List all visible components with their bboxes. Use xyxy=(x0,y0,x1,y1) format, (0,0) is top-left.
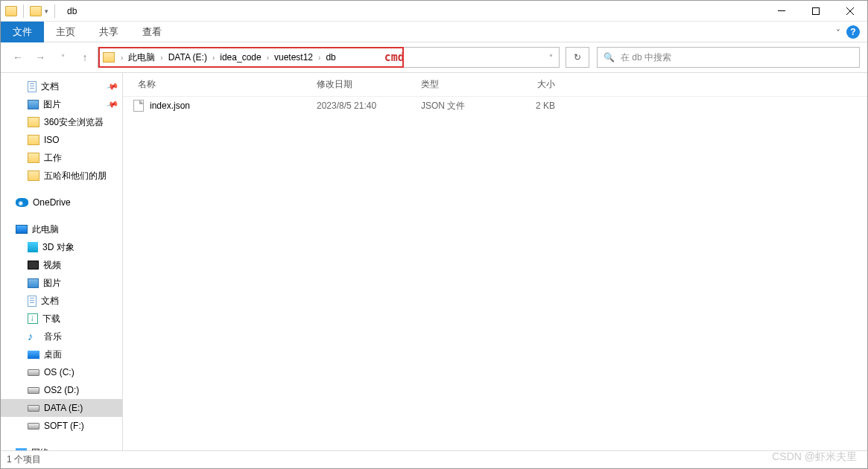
music-icon: ♪ xyxy=(28,331,39,342)
network-icon xyxy=(16,448,27,450)
3d-icon xyxy=(28,242,38,252)
tab-view[interactable]: 查看 xyxy=(130,21,174,43)
item-count: 1 个项目 xyxy=(7,453,41,466)
sidebar-item-documents[interactable]: 文档 xyxy=(1,292,122,310)
chevron-right-icon[interactable]: › xyxy=(159,54,164,62)
search-icon: 🔍 xyxy=(604,52,615,63)
folder-icon xyxy=(30,6,42,16)
sidebar-item-drive-e[interactable]: DATA (E:) xyxy=(1,399,122,417)
search-placeholder: 在 db 中搜索 xyxy=(621,51,671,64)
sidebar-item-videos[interactable]: 视频 xyxy=(1,256,122,274)
chevron-right-icon[interactable]: › xyxy=(317,54,322,62)
pc-icon xyxy=(16,225,28,234)
svg-rect-0 xyxy=(778,10,785,11)
header-date[interactable]: 修改日期 xyxy=(317,78,421,91)
sidebar-item-label: 桌面 xyxy=(44,348,62,361)
separator xyxy=(54,4,55,18)
address-dropdown-icon[interactable]: ˅ xyxy=(543,54,559,62)
sidebar-item-folder[interactable]: 工作 xyxy=(1,149,122,167)
sidebar-item-network[interactable]: 网络 xyxy=(1,444,122,450)
sidebar-item-pictures[interactable]: 图片 xyxy=(1,274,122,292)
sidebar-item-folder[interactable]: 360安全浏览器 xyxy=(1,113,122,131)
titlebar: ▾ db xyxy=(1,1,867,22)
tab-share[interactable]: 共享 xyxy=(87,21,130,43)
sidebar-item-label: 图片 xyxy=(43,277,61,290)
picture-icon xyxy=(28,100,39,109)
folder-icon xyxy=(5,6,17,16)
sidebar-item-drive-d[interactable]: OS2 (D:) xyxy=(1,381,122,399)
sidebar-item-label: 360安全浏览器 xyxy=(44,116,104,129)
sidebar-item-label: OneDrive xyxy=(33,197,71,208)
sidebar-item-label: OS (C:) xyxy=(44,367,75,377)
pin-icon: 📌 xyxy=(106,80,120,93)
header-name[interactable]: 名称 xyxy=(123,78,317,91)
file-name: index.json xyxy=(150,100,190,111)
drive-icon xyxy=(28,423,39,430)
address-bar[interactable]: › 此电脑 › DATA (E:) › idea_code › vuetest1… xyxy=(98,47,560,68)
ribbon: 文件 主页 共享 查看 ˅ ? xyxy=(1,22,867,42)
sidebar-item-label: 此电脑 xyxy=(32,223,59,236)
sidebar-item-downloads[interactable]: 下载 xyxy=(1,310,122,328)
sidebar-item-label: 3D 对象 xyxy=(42,241,75,254)
drive-icon xyxy=(28,405,39,412)
tab-home[interactable]: 主页 xyxy=(44,21,87,43)
file-pane: 名称 修改日期 类型 大小 index.json 2023/8/5 21:40 … xyxy=(123,73,867,450)
file-type: JSON 文件 xyxy=(421,100,510,112)
sidebar-item-label: OS2 (D:) xyxy=(44,385,79,395)
folder-icon xyxy=(28,117,39,127)
picture-icon xyxy=(28,278,39,288)
sidebar-item-label: 图片 xyxy=(43,98,61,111)
sidebar-item-pictures[interactable]: 图片📌 xyxy=(1,95,122,113)
drive-icon xyxy=(28,387,39,394)
sidebar-item-label: 文档 xyxy=(41,80,59,93)
chevron-down-icon[interactable]: ˅ xyxy=(836,28,840,39)
sidebar-item-label: 音乐 xyxy=(44,331,62,343)
sidebar-item-desktop[interactable]: 桌面 xyxy=(1,345,122,363)
pin-icon: 📌 xyxy=(106,98,120,111)
forward-button[interactable]: → xyxy=(31,48,50,67)
crumb-drive[interactable]: DATA (E:) xyxy=(165,52,211,63)
search-input[interactable]: 🔍 在 db 中搜索 xyxy=(597,47,860,68)
chevron-right-icon[interactable]: › xyxy=(119,54,124,62)
sidebar-item-label: 工作 xyxy=(44,152,62,165)
folder-icon xyxy=(28,135,39,145)
nav-row: ← → ˅ ↑ › 此电脑 › DATA (E:) › idea_code › … xyxy=(1,42,867,72)
up-button[interactable]: ↑ xyxy=(75,48,95,67)
sidebar-item-folder[interactable]: ISO xyxy=(1,131,122,149)
chevron-right-icon[interactable]: › xyxy=(265,54,270,62)
sidebar-item-thispc[interactable]: 此电脑 xyxy=(1,220,122,238)
maximize-button[interactable] xyxy=(799,1,833,22)
refresh-button[interactable]: ↻ xyxy=(566,47,589,68)
header-size[interactable]: 大小 xyxy=(510,78,555,91)
crumb-thispc[interactable]: 此电脑 xyxy=(124,51,159,64)
sidebar-item-drive-c[interactable]: OS (C:) xyxy=(1,363,122,381)
desktop-icon xyxy=(28,351,39,359)
qat-dropdown-icon[interactable]: ▾ xyxy=(45,7,48,15)
drive-icon xyxy=(28,369,39,376)
crumb-folder[interactable]: db xyxy=(322,52,339,63)
file-tab[interactable]: 文件 xyxy=(1,22,44,42)
close-button[interactable] xyxy=(833,1,867,22)
file-row[interactable]: index.json 2023/8/5 21:40 JSON 文件 2 KB xyxy=(123,97,867,115)
sidebar-item-music[interactable]: ♪音乐 xyxy=(1,328,122,345)
cmd-annotation: cmd xyxy=(384,51,405,64)
onedrive-icon xyxy=(16,198,28,207)
help-icon[interactable]: ? xyxy=(846,25,860,39)
chevron-right-icon[interactable]: › xyxy=(211,54,216,62)
minimize-button[interactable] xyxy=(764,1,799,22)
sidebar-item-3d[interactable]: 3D 对象 xyxy=(1,238,122,256)
crumb-folder[interactable]: idea_code xyxy=(216,52,264,63)
sidebar[interactable]: 文档📌 图片📌 360安全浏览器 ISO 工作 五哈和他们的朋 OneDrive… xyxy=(1,73,123,450)
sidebar-item-onedrive[interactable]: OneDrive xyxy=(1,194,122,211)
sidebar-item-label: 视频 xyxy=(43,259,61,272)
sidebar-item-documents[interactable]: 文档📌 xyxy=(1,77,122,95)
sidebar-item-folder[interactable]: 五哈和他们的朋 xyxy=(1,167,122,185)
sidebar-item-label: 五哈和他们的朋 xyxy=(44,170,107,182)
sidebar-item-drive-f[interactable]: SOFT (F:) xyxy=(1,417,122,435)
header-type[interactable]: 类型 xyxy=(421,78,510,91)
recent-dropdown[interactable]: ˅ xyxy=(53,48,72,67)
folder-icon xyxy=(103,52,115,63)
status-bar: 1 个项目 xyxy=(1,450,867,468)
back-button[interactable]: ← xyxy=(8,48,28,67)
crumb-folder[interactable]: vuetest12 xyxy=(270,52,317,63)
